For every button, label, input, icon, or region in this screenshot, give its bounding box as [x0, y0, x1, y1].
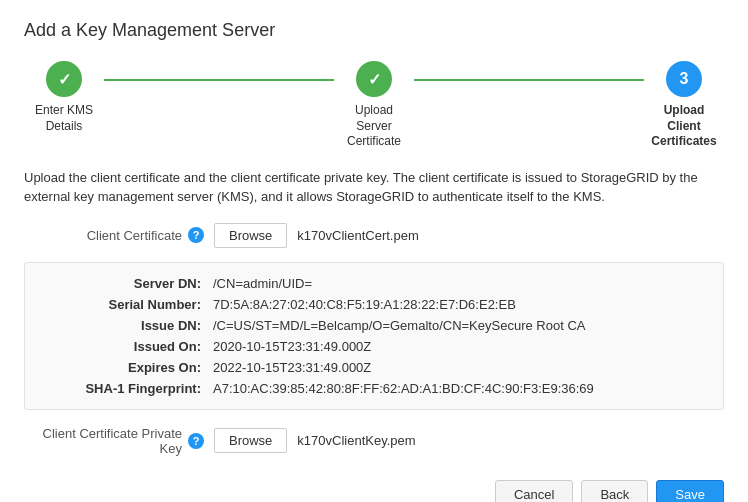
- footer: Cancel Back Save: [24, 470, 724, 502]
- cert-row-issued-on: Issued On: 2020-10-15T23:31:49.000Z: [41, 336, 707, 357]
- step-1-check: ✓: [58, 70, 71, 89]
- step-3: 3 UploadClientCertificates: [644, 61, 724, 150]
- private-key-row: Client Certificate Private Key ? Browse …: [24, 426, 724, 456]
- step-3-circle: 3: [666, 61, 702, 97]
- back-button[interactable]: Back: [581, 480, 648, 502]
- cert-val-serial: 7D:5A:8A:27:02:40:C8:F5:19:A1:28:22:E7:D…: [213, 297, 516, 312]
- step-2: ✓ UploadServerCertificate: [334, 61, 414, 150]
- cert-key-sha1: SHA-1 Fingerprint:: [41, 381, 201, 396]
- cert-row-server-dn: Server DN: /CN=admin/UID=: [41, 273, 707, 294]
- client-cert-filename: k170vClientCert.pem: [297, 228, 418, 243]
- cert-key-issued-on: Issued On:: [41, 339, 201, 354]
- private-key-browse-button[interactable]: Browse: [214, 428, 287, 453]
- cert-val-expires-on: 2022-10-15T23:31:49.000Z: [213, 360, 371, 375]
- cert-row-sha1: SHA-1 Fingerprint: A7:10:AC:39:85:42:80:…: [41, 378, 707, 399]
- client-cert-browse-button[interactable]: Browse: [214, 223, 287, 248]
- client-cert-label: Client Certificate ?: [24, 227, 204, 243]
- cancel-button[interactable]: Cancel: [495, 480, 573, 502]
- cert-val-server-dn: /CN=admin/UID=: [213, 276, 312, 291]
- client-cert-row: Client Certificate ? Browse k170vClientC…: [24, 223, 724, 248]
- client-cert-info-icon[interactable]: ?: [188, 227, 204, 243]
- save-button[interactable]: Save: [656, 480, 724, 502]
- step-1: ✓ Enter KMSDetails: [24, 61, 104, 134]
- private-key-info-icon[interactable]: ?: [188, 433, 204, 449]
- connector-1-2: [104, 79, 334, 81]
- private-key-label: Client Certificate Private Key ?: [24, 426, 204, 456]
- dialog-title: Add a Key Management Server: [24, 20, 724, 41]
- cert-key-expires-on: Expires On:: [41, 360, 201, 375]
- dialog: Add a Key Management Server ✓ Enter KMSD…: [0, 0, 748, 502]
- step-3-label: UploadClientCertificates: [651, 103, 716, 150]
- cert-details-table: Server DN: /CN=admin/UID= Serial Number:…: [24, 262, 724, 410]
- cert-key-serial: Serial Number:: [41, 297, 201, 312]
- connector-2-3: [414, 79, 644, 81]
- cert-row-issue-dn: Issue DN: /C=US/ST=MD/L=Belcamp/O=Gemalt…: [41, 315, 707, 336]
- private-key-filename: k170vClientKey.pem: [297, 433, 415, 448]
- step-2-circle: ✓: [356, 61, 392, 97]
- cert-row-expires-on: Expires On: 2022-10-15T23:31:49.000Z: [41, 357, 707, 378]
- step-2-check: ✓: [368, 70, 381, 89]
- step-3-number: 3: [680, 70, 689, 88]
- cert-key-server-dn: Server DN:: [41, 276, 201, 291]
- cert-val-sha1: A7:10:AC:39:85:42:80:8F:FF:62:AD:A1:BD:C…: [213, 381, 594, 396]
- step-2-label: UploadServerCertificate: [347, 103, 401, 150]
- step-1-circle: ✓: [46, 61, 82, 97]
- cert-key-issue-dn: Issue DN:: [41, 318, 201, 333]
- step-1-label: Enter KMSDetails: [35, 103, 93, 134]
- stepper: ✓ Enter KMSDetails ✓ UploadServerCertifi…: [24, 61, 724, 150]
- cert-val-issued-on: 2020-10-15T23:31:49.000Z: [213, 339, 371, 354]
- cert-val-issue-dn: /C=US/ST=MD/L=Belcamp/O=Gemalto/CN=KeySe…: [213, 318, 585, 333]
- description: Upload the client certificate and the cl…: [24, 168, 724, 207]
- cert-row-serial: Serial Number: 7D:5A:8A:27:02:40:C8:F5:1…: [41, 294, 707, 315]
